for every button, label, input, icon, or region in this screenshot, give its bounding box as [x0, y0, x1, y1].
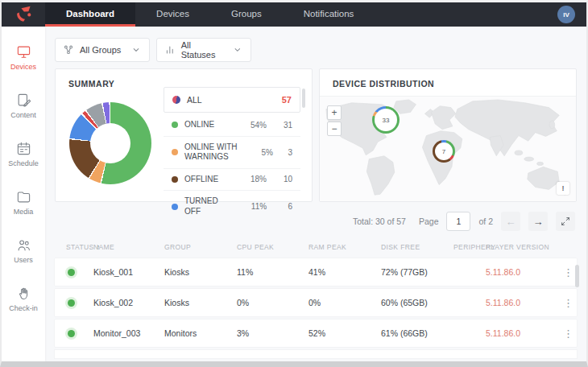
summary-list: ALL 57 ONLINE 54% 31 ONLINE WITH WARNING…: [164, 87, 300, 193]
column-periphery[interactable]: PERIPHERY: [453, 243, 486, 251]
page-number-input[interactable]: [446, 212, 470, 231]
status-count: 6: [273, 202, 292, 211]
sidebar-item-check-in[interactable]: Check-in: [2, 286, 45, 312]
column-cpu-peak[interactable]: CPU PEAK: [237, 243, 308, 251]
content-edit-icon: [16, 93, 31, 108]
tab-devices[interactable]: Devices: [135, 2, 210, 27]
status-percent: 11%: [242, 202, 267, 211]
status-percent: 18%: [242, 175, 267, 184]
brand-logo-icon: [14, 5, 33, 24]
status-donut-chart[interactable]: [69, 102, 151, 184]
device-player-version: 5.11.86.0: [486, 298, 558, 307]
map-zoom-out-button[interactable]: −: [327, 122, 342, 136]
column-ram-peak[interactable]: RAM PEAK: [308, 243, 381, 251]
app-logo[interactable]: [2, 2, 45, 27]
summary-status-row[interactable]: ONLINE 54% 31: [164, 114, 300, 137]
device-name: Kiosk_001: [93, 267, 164, 277]
tab-devices-label: Devices: [156, 9, 189, 19]
media-folder-icon: [16, 189, 31, 204]
status-label: ONLINE: [184, 120, 214, 130]
groups-filter-dropdown[interactable]: All Groups: [55, 38, 150, 62]
top-navbar: Dashboard Devices Groups Notifications I…: [2, 2, 586, 27]
sidebar-item-schedule[interactable]: Schedule: [2, 141, 45, 167]
tab-groups-label: Groups: [231, 9, 262, 19]
statuses-filter-dropdown[interactable]: All Statuses: [156, 38, 251, 62]
sidebar-item-users-label: Users: [14, 256, 33, 264]
row-menu-icon[interactable]: [558, 297, 578, 309]
device-player-version: 5.11.86.0: [486, 328, 558, 338]
map-zoom-in-button[interactable]: +: [327, 105, 342, 120]
status-count: 31: [273, 121, 292, 130]
table-scrollbar[interactable]: [575, 265, 579, 287]
tab-notifications[interactable]: Notifications: [283, 2, 375, 27]
tab-groups[interactable]: Groups: [210, 2, 283, 27]
summary-all-label: ALL: [187, 95, 202, 105]
table-row[interactable]: Kiosk_001 Kiosks 11% 41% 72% (77GB) 5.11…: [55, 258, 577, 286]
tab-dashboard[interactable]: Dashboard: [45, 2, 135, 27]
sidebar-item-media-label: Media: [14, 208, 34, 216]
user-avatar[interactable]: IV: [557, 6, 575, 23]
device-player-version: 5.11.86.0: [486, 267, 558, 277]
tab-dashboard-label: Dashboard: [66, 9, 114, 19]
check-in-hand-icon: [16, 286, 31, 301]
statuses-filter-value: All Statuses: [181, 40, 227, 60]
map-attribution-button[interactable]: !: [557, 182, 569, 195]
status-dot-icon: [172, 122, 178, 128]
summary-scrollbar[interactable]: [302, 89, 305, 108]
table-header-row: STATUS↑ NAME GROUP CPU PEAK RAM PEAK DIS…: [55, 239, 577, 255]
column-disk-free[interactable]: DISK FREE: [381, 243, 453, 251]
sidebar-item-users[interactable]: Users: [2, 237, 45, 264]
summary-status-rows: ONLINE 54% 31 ONLINE WITH WARNINGS 5% 3 …: [164, 114, 300, 222]
device-ram-peak: 52%: [308, 328, 381, 338]
row-menu-icon[interactable]: [558, 328, 578, 340]
tab-notifications-label: Notifications: [304, 9, 354, 19]
map-cluster-marker[interactable]: 33: [372, 106, 400, 134]
summary-status-row[interactable]: ONLINE WITH WARNINGS 5% 3: [164, 137, 300, 169]
status-label: ONLINE WITH WARNINGS: [184, 142, 251, 163]
devices-monitor-icon: [16, 44, 31, 60]
world-map[interactable]: + − 337 !: [320, 96, 576, 201]
table-row[interactable]: Monitor_003 Monitors 3% 52% 61% (66GB) 5…: [55, 320, 577, 347]
map-cluster-marker[interactable]: 7: [433, 140, 455, 163]
device-status-dot-icon: [68, 330, 75, 337]
sidebar-item-devices[interactable]: Devices: [2, 44, 45, 71]
main-content: All Groups All Statuses SUMMARY: [45, 27, 586, 361]
expand-icon: [560, 216, 571, 227]
all-statuses-dot-icon: [172, 96, 180, 104]
sidebar-item-content[interactable]: Content: [2, 93, 45, 119]
device-distribution-panel: DEVICE DISTRIBUTION: [319, 68, 577, 202]
device-group: Kiosks: [164, 267, 237, 277]
summary-status-row[interactable]: TURNED OFF 11% 6: [164, 191, 300, 222]
device-disk-free: 60% (65GB): [381, 298, 453, 307]
device-cpu-peak: 3%: [237, 328, 308, 338]
map-title: DEVICE DISTRIBUTION: [320, 69, 576, 96]
column-name[interactable]: NAME: [93, 243, 164, 251]
prev-page-button[interactable]: ←: [501, 212, 520, 231]
column-player-version[interactable]: PLAYER VERSION: [486, 243, 558, 251]
column-group[interactable]: GROUP: [164, 243, 237, 251]
device-name: Kiosk_002: [93, 298, 164, 307]
expand-table-button[interactable]: [556, 212, 575, 231]
summary-all-row[interactable]: ALL 57: [164, 87, 300, 113]
summary-panel: SUMMARY ALL 57 ONLINE 54%: [55, 68, 313, 202]
device-disk-free: 61% (66GB): [381, 328, 453, 338]
status-dot-icon: [172, 204, 178, 210]
table-row[interactable]: Kiosk_002 Kiosks 0% 0% 60% (65GB) 5.11.8…: [55, 289, 577, 316]
chevron-down-icon: [232, 44, 243, 56]
sidebar-item-media[interactable]: Media: [2, 189, 45, 216]
left-sidebar: Devices Content Schedule Media Users Che…: [2, 27, 45, 361]
marker-count: 33: [375, 109, 397, 131]
column-status[interactable]: STATUS↑: [66, 243, 93, 251]
marker-count: 7: [435, 142, 453, 160]
sidebar-item-devices-label: Devices: [10, 63, 36, 71]
groups-filter-icon: [63, 44, 74, 56]
device-ram-peak: 0%: [308, 298, 381, 307]
status-percent: 5%: [257, 148, 273, 157]
summary-status-row[interactable]: OFFLINE 18% 10: [164, 169, 300, 192]
next-page-button[interactable]: →: [528, 212, 548, 231]
table-row-partial[interactable]: [55, 350, 577, 358]
page-label: Page: [419, 216, 439, 226]
schedule-calendar-icon: [16, 141, 31, 156]
device-status-dot-icon: [68, 269, 75, 276]
device-ram-peak: 41%: [308, 267, 381, 277]
